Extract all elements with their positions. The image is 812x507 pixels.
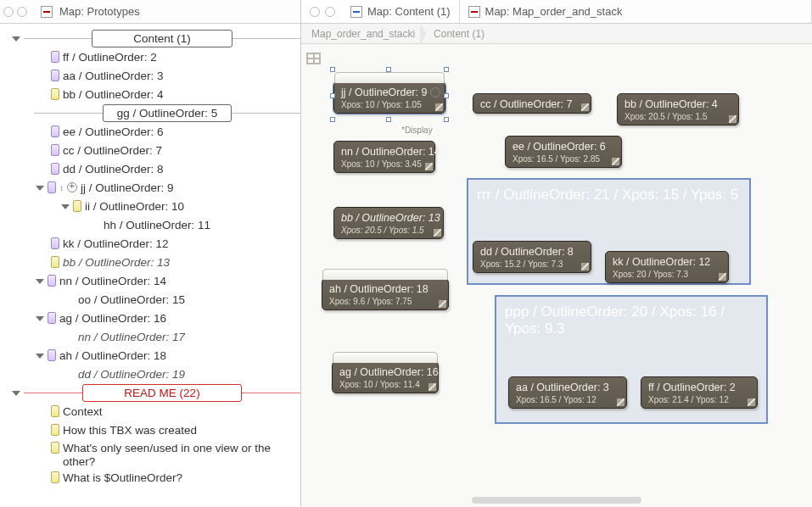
note-icon bbox=[51, 405, 59, 417]
resize-handle-icon[interactable] bbox=[434, 229, 441, 237]
resize-handle-icon[interactable] bbox=[435, 103, 443, 111]
note-icon bbox=[51, 163, 59, 175]
tab-content[interactable]: Map: Content (1) bbox=[301, 0, 460, 23]
window-control-dot[interactable] bbox=[325, 7, 335, 17]
resize-handle-icon[interactable] bbox=[428, 383, 436, 391]
note-icon bbox=[48, 312, 56, 324]
map-canvas[interactable]: jj / OutlineOrder: 9 Xpos: 10 / Ypos: 1.… bbox=[301, 44, 812, 507]
tab-maporder[interactable]: Map: Map_order_and_stack bbox=[460, 0, 812, 23]
outline-item[interactable]: How this TBX was created bbox=[63, 424, 300, 437]
outline-item[interactable]: What's only seen/used in one view or the… bbox=[63, 442, 300, 469]
map-note-title: dd / OutlineOrder: 8 bbox=[480, 246, 584, 258]
outline-item[interactable]: aa / OutlineOrder: 3 bbox=[63, 70, 300, 82]
outline-item[interactable]: bb / OutlineOrder: 4 bbox=[63, 88, 300, 101]
outline-item-alias[interactable]: bb / OutlineOrder: 13 bbox=[63, 256, 300, 269]
map-note-bb4[interactable]: bb / OutlineOrder: 4 Xpos: 20.5 / Ypos: … bbox=[617, 93, 739, 125]
resize-handle-icon[interactable] bbox=[425, 163, 433, 170]
outline-item[interactable]: jj / OutlineOrder: 9 bbox=[81, 181, 300, 194]
chevron-down-icon[interactable] bbox=[36, 186, 44, 191]
gg-header-pill[interactable]: gg / OutlineOrder: 5 bbox=[103, 104, 232, 122]
window-control-dot[interactable] bbox=[310, 7, 320, 17]
note-icon bbox=[51, 442, 59, 454]
chevron-down-icon[interactable] bbox=[36, 316, 44, 321]
map-note-title: aa / OutlineOrder: 3 bbox=[516, 382, 619, 393]
chevron-down-icon[interactable] bbox=[12, 36, 20, 42]
outline-item[interactable]: hh / OutlineOrder: 11 bbox=[104, 219, 300, 231]
outline-header-gg[interactable]: gg / OutlineOrder: 5 bbox=[34, 103, 300, 122]
chevron-down-icon[interactable] bbox=[36, 279, 44, 284]
map-note-coords: Xpos: 20.5 / Ypos: 1.5 bbox=[341, 226, 436, 235]
map-note-bb13[interactable]: bb / OutlineOrder: 13 Xpos: 20.5 / Ypos:… bbox=[333, 207, 444, 239]
selection-handle[interactable] bbox=[386, 67, 391, 72]
outline-header-readme[interactable]: READ ME (22) bbox=[24, 383, 300, 402]
outline-item[interactable]: kk / OutlineOrder: 12 bbox=[63, 237, 300, 250]
map-note-ff[interactable]: ff / OutlineOrder: 2 Xpos: 21.4 / Ypos: … bbox=[641, 376, 758, 409]
resize-handle-icon[interactable] bbox=[612, 158, 619, 165]
outline-item[interactable]: What is $OutlineOrder? bbox=[63, 471, 300, 484]
selection-handle[interactable] bbox=[444, 93, 449, 98]
map-note-ag[interactable]: ag / OutlineOrder: 16 Xpos: 10 / Ypos: 1… bbox=[332, 361, 439, 393]
resize-handle-icon[interactable] bbox=[581, 103, 589, 111]
map-note-ah[interactable]: ah / OutlineOrder: 18 Xpos: 9.6 / Ypos: … bbox=[322, 278, 449, 310]
note-icon bbox=[73, 200, 81, 212]
table-view-icon[interactable] bbox=[306, 53, 321, 64]
note-icon bbox=[51, 144, 59, 156]
map-note-title: ag / OutlineOrder: 16 bbox=[339, 366, 431, 378]
map-note-cc[interactable]: cc / OutlineOrder: 7 bbox=[473, 93, 591, 114]
readme-header-pill[interactable]: READ ME (22) bbox=[82, 384, 241, 402]
chevron-down-icon[interactable] bbox=[12, 391, 20, 396]
outline-tree[interactable]: Content (1) ff / OutlineOrder: 2 aa / Ou… bbox=[0, 24, 300, 507]
outline-item[interactable]: ee / OutlineOrder: 6 bbox=[63, 125, 300, 138]
selection-handle[interactable] bbox=[444, 67, 449, 72]
outline-item[interactable]: dd / OutlineOrder: 8 bbox=[63, 163, 300, 176]
left-tab-title[interactable]: Map: Prototypes bbox=[56, 5, 143, 18]
outline-item[interactable]: nn / OutlineOrder: 14 bbox=[59, 275, 300, 287]
selection-handle[interactable] bbox=[444, 117, 449, 122]
note-icon bbox=[48, 181, 56, 193]
map-note-nn[interactable]: nn / OutlineOrder: 14 Xpos: 10 / Ypos: 3… bbox=[333, 141, 435, 173]
breadcrumb-seg[interactable]: Map_order_and_stacki bbox=[306, 24, 420, 43]
selection-handle[interactable] bbox=[330, 117, 335, 122]
outline-item[interactable]: cc / OutlineOrder: 7 bbox=[63, 144, 300, 157]
resize-handle-icon[interactable] bbox=[439, 300, 446, 308]
map-note-jj[interactable]: jj / OutlineOrder: 9 Xpos: 10 / Ypos: 1.… bbox=[333, 81, 445, 114]
horizontal-scrollbar[interactable] bbox=[472, 497, 641, 504]
outline-item[interactable]: Context bbox=[63, 405, 300, 418]
map-note-coords: Xpos: 15.2 / Ypos: 7.3 bbox=[480, 259, 584, 269]
chevron-down-icon[interactable] bbox=[61, 204, 70, 209]
map-note-title: nn / OutlineOrder: 14 bbox=[341, 146, 428, 158]
map-note-title: bb / OutlineOrder: 4 bbox=[624, 98, 731, 110]
outline-header-content[interactable]: Content (1) bbox=[24, 29, 300, 47]
resize-handle-icon[interactable] bbox=[581, 263, 589, 270]
outline-item-alias[interactable]: dd / OutlineOrder: 19 bbox=[78, 368, 300, 381]
plus-icon[interactable] bbox=[67, 182, 77, 192]
note-icon bbox=[51, 256, 59, 268]
resize-handle-icon[interactable] bbox=[748, 398, 755, 406]
map-note-ee[interactable]: ee / OutlineOrder: 6 Xpos: 16.5 / Ypos: … bbox=[505, 136, 622, 168]
map-note-coords: Xpos: 16.5 / Ypos: 12 bbox=[516, 395, 619, 404]
plus-icon[interactable] bbox=[430, 87, 440, 98]
window-control-dot[interactable] bbox=[17, 7, 27, 17]
map-note-coords: Xpos: 16.5 / Ypos: 2.85 bbox=[512, 154, 614, 164]
map-note-dd[interactable]: dd / OutlineOrder: 8 Xpos: 15.2 / Ypos: … bbox=[473, 241, 591, 273]
right-tab-bar: Map: Content (1) Map: Map_order_and_stac… bbox=[301, 0, 812, 24]
map-note-aa[interactable]: aa / OutlineOrder: 3 Xpos: 16.5 / Ypos: … bbox=[508, 376, 627, 409]
resize-handle-icon[interactable] bbox=[719, 273, 726, 281]
resize-handle-icon[interactable] bbox=[617, 398, 624, 406]
outline-item[interactable]: ag / OutlineOrder: 16 bbox=[59, 312, 300, 325]
window-control-dot[interactable] bbox=[3, 7, 14, 17]
chevron-down-icon[interactable] bbox=[36, 354, 44, 359]
selection-handle[interactable] bbox=[330, 93, 335, 98]
note-icon bbox=[51, 471, 59, 483]
content-header-pill[interactable]: Content (1) bbox=[92, 30, 232, 47]
outline-item[interactable]: ah / OutlineOrder: 18 bbox=[59, 349, 300, 362]
resize-handle-icon[interactable] bbox=[729, 115, 736, 123]
outline-item[interactable]: oo / OutlineOrder: 15 bbox=[78, 293, 300, 306]
outline-item[interactable]: ff / OutlineOrder: 2 bbox=[63, 51, 300, 64]
outline-item-alias[interactable]: nn / OutlineOrder: 17 bbox=[78, 331, 300, 343]
map-note-kk[interactable]: kk / OutlineOrder: 12 Xpos: 20 / Ypos: 7… bbox=[605, 251, 729, 283]
selection-handle[interactable] bbox=[386, 117, 391, 122]
breadcrumb-seg[interactable]: Content (1) bbox=[428, 24, 490, 43]
outline-item[interactable]: ii / OutlineOrder: 10 bbox=[85, 200, 300, 213]
selection-handle[interactable] bbox=[330, 67, 335, 72]
